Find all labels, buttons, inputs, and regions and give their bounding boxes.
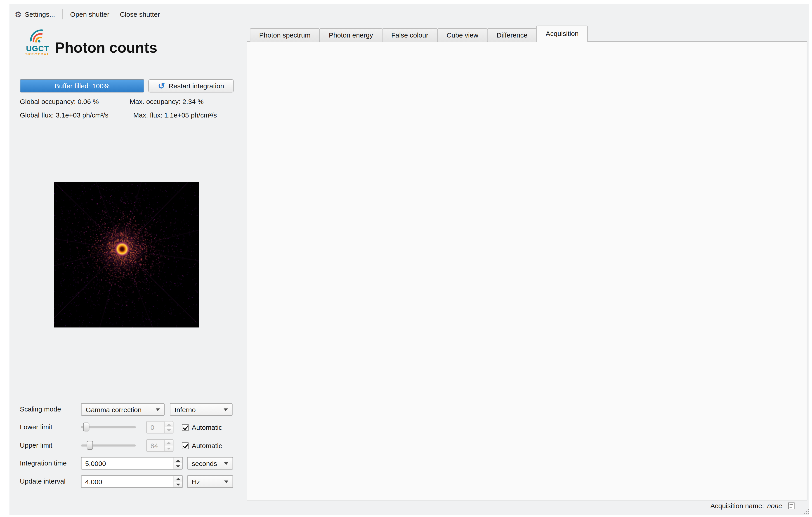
palette-value: Inferno xyxy=(175,405,196,414)
lower-limit-automatic-label: Automatic xyxy=(192,424,222,432)
max-occupancy-value: Max. occupancy: 2.34 % xyxy=(129,98,203,105)
integration-time-unit-select[interactable]: seconds xyxy=(187,457,233,469)
checkbox-box[interactable] xyxy=(182,443,188,449)
ugct-logo: UGCT SPECTRAL xyxy=(21,29,54,56)
toolbar-separator xyxy=(62,9,63,19)
upper-limit-spinbox: 84 xyxy=(146,439,173,452)
spin-down-icon[interactable] xyxy=(174,463,182,469)
scaling-mode-select[interactable]: Gamma correction xyxy=(81,403,165,416)
restart-integration-label: Restart integration xyxy=(169,82,224,90)
close-shutter-button[interactable]: Close shutter xyxy=(115,8,165,20)
settings-menu-label: Settings... xyxy=(25,10,55,18)
restart-integration-button[interactable]: ↺ Restart integration xyxy=(148,79,234,92)
tab-false-colour[interactable]: False colour xyxy=(382,28,438,42)
upper-limit-automatic-checkbox[interactable]: Automatic xyxy=(182,442,222,450)
global-occupancy-value: Global occupancy: 0.06 % xyxy=(20,98,99,105)
restart-icon: ↺ xyxy=(158,82,165,90)
acquisition-name-value: none xyxy=(767,502,782,510)
update-interval-value: 4,000 xyxy=(85,478,102,486)
open-shutter-button[interactable]: Open shutter xyxy=(65,8,115,20)
tab-cube-view[interactable]: Cube view xyxy=(437,28,488,42)
ugct-logo-arcs xyxy=(26,29,50,43)
tab-bar: Photon spectrum Photon energy False colo… xyxy=(250,26,587,42)
page-title: Photon counts xyxy=(55,40,157,57)
close-shutter-label: Close shutter xyxy=(120,10,160,18)
tab-difference[interactable]: Difference xyxy=(487,28,537,42)
spin-down-icon[interactable] xyxy=(174,482,182,487)
spin-down-icon xyxy=(165,427,173,433)
update-interval-spinbox[interactable]: 4,000 xyxy=(81,475,183,488)
settings-menu-button[interactable]: ⚙ Settings... xyxy=(9,8,60,20)
update-interval-label: Update interval xyxy=(20,475,65,488)
global-flux-value: Global flux: 3.1e+03 ph/cm²/s xyxy=(20,111,109,119)
logo-subtext: SPECTRAL xyxy=(21,52,54,56)
max-flux-value: Max. flux: 1.1e+05 ph/cm²/s xyxy=(133,111,217,119)
lower-limit-slider-handle[interactable] xyxy=(83,423,89,431)
upper-limit-value: 84 xyxy=(150,442,158,450)
integration-time-spinbox[interactable]: 5,0000 xyxy=(81,457,183,469)
toolbar: ⚙ Settings... Open shutter Close shutter xyxy=(9,5,165,23)
spin-down-icon xyxy=(165,446,173,451)
logo-text: UGCT xyxy=(21,45,54,52)
lower-limit-label: Lower limit xyxy=(20,421,53,433)
acquisition-name-label: Acquisition name: xyxy=(710,502,764,510)
spin-up-icon[interactable] xyxy=(174,476,182,482)
resize-grip[interactable] xyxy=(804,509,809,514)
application-window: ⚙ Settings... Open shutter Close shutter… xyxy=(0,0,812,517)
palette-select[interactable]: Inferno xyxy=(170,403,232,416)
upper-limit-slider[interactable] xyxy=(81,440,136,450)
gear-icon: ⚙ xyxy=(15,10,22,18)
detector-image xyxy=(54,182,199,328)
acquisition-panel xyxy=(246,41,807,500)
spin-up-icon xyxy=(165,421,173,427)
update-interval-unit-select[interactable]: Hz xyxy=(187,475,233,488)
lower-limit-spinbox: 0 xyxy=(146,421,173,433)
integration-time-value: 5,0000 xyxy=(85,459,106,467)
update-interval-unit: Hz xyxy=(192,478,200,486)
spin-up-icon[interactable] xyxy=(174,458,182,463)
integration-time-label: Integration time xyxy=(20,457,67,469)
tab-acquisition[interactable]: Acquisition xyxy=(536,26,588,42)
tab-photon-spectrum[interactable]: Photon spectrum xyxy=(250,28,320,42)
upper-limit-label: Upper limit xyxy=(20,439,53,452)
status-bar: Acquisition name: none xyxy=(523,502,795,510)
tab-photon-energy[interactable]: Photon energy xyxy=(319,28,382,42)
lower-limit-value: 0 xyxy=(150,423,154,431)
spin-up-icon xyxy=(165,440,173,445)
lower-limit-automatic-checkbox[interactable]: Automatic xyxy=(182,424,222,432)
buffer-progressbar: Buffer filled: 100% xyxy=(20,79,144,92)
scaling-mode-label: Scaling mode xyxy=(20,403,61,416)
scaling-mode-value: Gamma correction xyxy=(86,405,142,414)
acquisition-name-icon xyxy=(787,502,795,510)
upper-limit-slider-handle[interactable] xyxy=(87,441,93,450)
open-shutter-label: Open shutter xyxy=(70,10,109,18)
upper-limit-automatic-label: Automatic xyxy=(192,442,222,450)
checkbox-box[interactable] xyxy=(182,424,188,431)
integration-time-unit: seconds xyxy=(192,459,217,467)
lower-limit-slider[interactable] xyxy=(81,421,136,432)
